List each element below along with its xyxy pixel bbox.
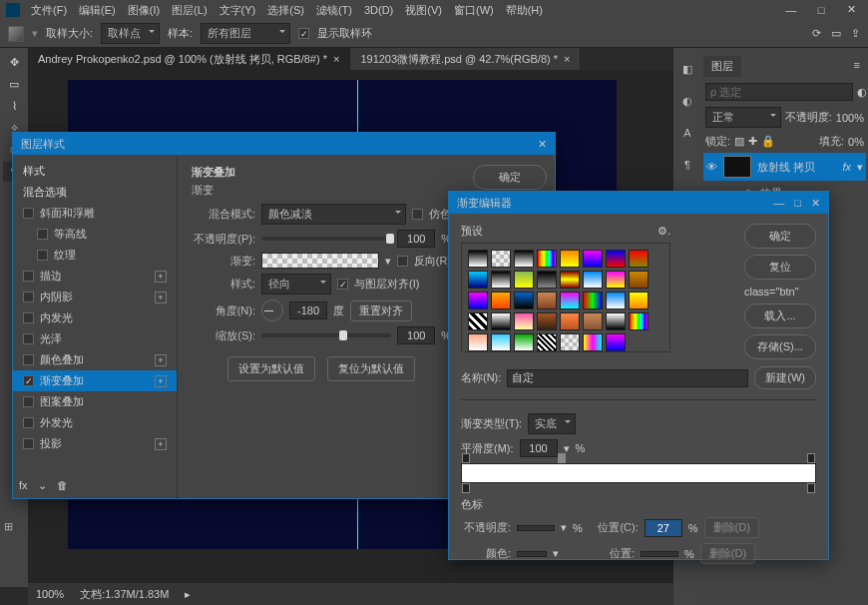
minimize-icon[interactable]: — [773,197,784,210]
preset-swatch[interactable] [583,292,603,309]
make-default-button[interactable]: 设置为默认值 [227,356,315,381]
style-select[interactable]: 径向 [261,274,331,295]
delete-stop2-button[interactable]: 删除(D) [700,543,755,564]
color-overlay-item[interactable]: 颜色叠加 [40,352,155,367]
inner-shadow-checkbox[interactable] [23,292,34,302]
angle-dial[interactable] [261,300,283,321]
color-overlay-checkbox[interactable] [23,354,34,365]
reset-button[interactable]: 复位 [744,255,816,280]
visibility-icon[interactable]: 👁 [706,161,717,173]
grad-overlay-item[interactable]: 渐变叠加 [40,373,155,388]
minimize-icon[interactable]: — [780,2,802,17]
preset-swatch[interactable] [537,312,557,330]
stroke-checkbox[interactable] [23,271,34,282]
stop-opacity-input[interactable] [517,525,555,531]
stop-color-swatch[interactable] [517,551,547,557]
close-icon[interactable]: ✕ [811,197,820,210]
preset-swatch[interactable] [468,333,488,351]
menu-select[interactable]: 选择(S) [262,1,309,20]
eyedropper-icon[interactable] [8,26,24,42]
texture-item[interactable]: 纹理 [54,248,167,263]
color-icon[interactable]: ◐ [678,92,696,110]
pattern-overlay-item[interactable]: 图案叠加 [40,394,167,409]
gear-icon[interactable]: ⚙. [657,225,670,238]
marquee-tool[interactable]: ▭ [3,74,25,94]
chevron-down-icon[interactable]: ⌄ [38,479,47,492]
panel-collapse-icon[interactable]: ⊞ [4,520,13,533]
menu-window[interactable]: 窗口(W) [449,1,499,20]
para-icon[interactable]: ¶ [678,156,696,174]
preset-swatch[interactable] [629,250,649,268]
gradient-bar[interactable] [461,463,816,483]
load-button[interactable]: 载入... [744,303,816,328]
preset-swatch[interactable] [560,312,580,330]
gradient-preview[interactable] [261,253,379,269]
preset-swatch[interactable] [629,292,649,309]
delete-stop-button[interactable]: 删除(D) [704,517,759,538]
preset-swatch[interactable] [468,292,488,309]
menu-view[interactable]: 视图(V) [400,1,447,20]
add-icon[interactable]: + [155,354,167,366]
stroke-item[interactable]: 描边 [40,269,155,284]
doc-tab-1[interactable]: Andrey Prokopenko2.psd @ 100% (放射线 拷贝, R… [28,48,350,70]
contour-checkbox[interactable] [37,229,48,240]
opacity-stop[interactable] [807,453,815,463]
preset-swatch[interactable] [560,271,580,289]
menu-3d[interactable]: 3D(D) [359,2,398,18]
preset-swatch[interactable] [514,271,534,289]
close-icon[interactable]: ✕ [538,138,547,151]
opacity-value[interactable]: 100% [836,112,864,124]
close-icon[interactable]: ✕ [840,2,862,17]
menu-layer[interactable]: 图层(L) [167,1,212,20]
layers-tab[interactable]: 图层 [703,56,741,77]
arrange-icon[interactable]: ▭ [831,27,841,40]
maximize-icon[interactable]: □ [810,2,832,17]
preset-swatch[interactable] [491,271,511,289]
preset-swatch[interactable] [583,333,603,351]
trash-icon[interactable]: 🗑 [57,479,68,492]
add-icon[interactable]: + [155,438,167,450]
layer-filter-input[interactable] [705,83,853,101]
preset-swatch[interactable] [606,250,626,268]
satin-checkbox[interactable] [23,333,34,344]
maximize-icon[interactable]: □ [794,197,801,210]
menu-type[interactable]: 文字(Y) [215,1,261,20]
char-icon[interactable]: A [678,124,696,142]
inner-glow-checkbox[interactable] [23,312,34,323]
contour-item[interactable]: 等高线 [54,227,167,242]
texture-checkbox[interactable] [37,250,48,261]
bevel-checkbox[interactable] [23,208,34,219]
history-icon[interactable]: ◧ [678,60,696,78]
drop-shadow-item[interactable]: 投影 [40,436,155,451]
outer-glow-item[interactable]: 外发光 [40,415,167,430]
scale-input[interactable]: 100 [397,326,435,344]
preset-swatch[interactable] [560,250,580,268]
preset-swatch[interactable] [514,292,534,309]
fx-icon[interactable]: fx [19,479,28,492]
grad-overlay-checkbox[interactable] [23,375,34,386]
lock-pixels-icon[interactable]: ▨ [734,135,744,148]
lock-pos-icon[interactable]: ✚ [748,135,757,148]
blend-mode-select[interactable]: 颜色减淡 [261,204,406,225]
preset-swatch[interactable] [491,292,511,309]
menu-help[interactable]: 帮助(H) [501,1,548,20]
inner-glow-item[interactable]: 内发光 [40,310,167,325]
preset-swatch[interactable] [537,271,557,289]
menu-image[interactable]: 图像(I) [123,1,165,20]
opacity-input[interactable]: 100 [397,230,435,248]
outer-glow-checkbox[interactable] [23,417,34,428]
preset-swatch[interactable] [560,292,580,309]
preset-swatch[interactable] [583,271,603,289]
stop-loc2-input[interactable] [641,551,678,557]
preset-swatch[interactable] [491,312,511,330]
ok-button[interactable]: 确定 [744,224,816,249]
lock-all-icon[interactable]: 🔒 [761,135,775,148]
preset-swatch[interactable] [468,250,488,268]
preset-swatch[interactable] [583,250,603,268]
preset-swatch[interactable] [514,250,534,268]
preset-swatch[interactable] [629,312,649,330]
zoom-level[interactable]: 100% [36,588,64,600]
doc-size[interactable]: 文档:1.37M/1.83M [80,587,169,602]
preset-swatch[interactable] [606,271,626,289]
opacity-slider[interactable] [261,237,391,241]
